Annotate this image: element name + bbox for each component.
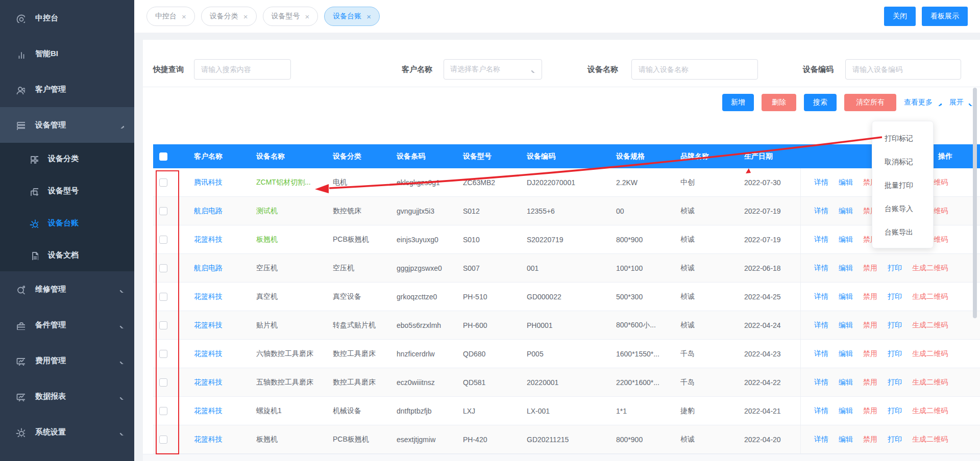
vertical-scrollbar-thumb[interactable] bbox=[973, 88, 977, 318]
row-checkbox[interactable] bbox=[159, 178, 167, 187]
search-button[interactable]: 搜索 bbox=[804, 94, 837, 111]
sidebar-item-console[interactable]: 中控台 bbox=[0, 0, 134, 36]
customer-link[interactable]: 花篮科技 bbox=[194, 321, 223, 329]
edit-link[interactable]: 编辑 bbox=[839, 406, 853, 416]
row-checkbox[interactable] bbox=[159, 207, 167, 215]
customer-link[interactable]: 花篮科技 bbox=[194, 349, 223, 357]
disable-link[interactable]: 禁用 bbox=[863, 321, 877, 330]
sidebar-item-expense[interactable]: 费用管理 bbox=[0, 343, 134, 378]
detail-link[interactable]: 详情 bbox=[814, 264, 828, 273]
row-checkbox[interactable] bbox=[159, 321, 167, 329]
tab-device-model[interactable]: 设备型号 bbox=[263, 7, 318, 26]
disable-link[interactable]: 禁用 bbox=[863, 435, 877, 444]
disable-link[interactable]: 禁用 bbox=[863, 378, 877, 387]
dropdown-menu-item[interactable]: 台账导入 bbox=[872, 197, 933, 220]
customer-link[interactable]: 花篮科技 bbox=[194, 378, 223, 386]
sidebar-item-customers[interactable]: 客户管理 bbox=[0, 71, 134, 107]
dropdown-menu-item[interactable]: 台账导出 bbox=[872, 220, 933, 244]
dropdown-menu-item[interactable]: 取消标记 bbox=[872, 150, 933, 173]
edit-link[interactable]: 编辑 bbox=[839, 378, 853, 387]
customer-link[interactable]: 花篮科技 bbox=[194, 235, 223, 243]
tab-device-ledger[interactable]: 设备台账 bbox=[324, 7, 380, 26]
sidebar-item-device-ledger[interactable]: 设备台账 bbox=[0, 207, 134, 239]
device-code-input[interactable] bbox=[845, 59, 961, 80]
dropdown-menu-item[interactable]: 打印标记 bbox=[872, 126, 933, 150]
detail-link[interactable]: 详情 bbox=[814, 406, 828, 416]
row-checkbox[interactable] bbox=[159, 236, 167, 244]
generate-qrcode-link[interactable]: 生成二维码 bbox=[912, 292, 948, 301]
edit-link[interactable]: 编辑 bbox=[839, 435, 853, 444]
detail-link[interactable]: 详情 bbox=[814, 207, 828, 216]
print-link[interactable]: 打印 bbox=[888, 435, 902, 444]
print-link[interactable]: 打印 bbox=[888, 292, 902, 301]
sidebar-item-report[interactable]: 数据报表 bbox=[0, 378, 134, 414]
detail-link[interactable]: 详情 bbox=[814, 178, 828, 187]
print-link[interactable]: 打印 bbox=[888, 378, 902, 387]
detail-link[interactable]: 详情 bbox=[814, 321, 828, 330]
delete-button[interactable]: 删除 bbox=[762, 94, 796, 111]
disable-link[interactable]: 禁用 bbox=[863, 292, 877, 301]
print-link[interactable]: 打印 bbox=[888, 349, 902, 358]
view-more-link[interactable]: 查看更多 bbox=[904, 98, 942, 107]
detail-link[interactable]: 详情 bbox=[814, 435, 828, 444]
sidebar-item-spare-parts[interactable]: 备件管理 bbox=[0, 307, 134, 343]
row-checkbox[interactable] bbox=[159, 436, 167, 444]
customer-link[interactable]: 腾讯科技 bbox=[194, 178, 223, 186]
edit-link[interactable]: 编辑 bbox=[839, 321, 853, 330]
print-link[interactable]: 打印 bbox=[888, 406, 902, 416]
detail-link[interactable]: 详情 bbox=[814, 235, 828, 244]
sidebar-item-device-category[interactable]: 设备分类 bbox=[0, 143, 134, 175]
sidebar-item-repair[interactable]: 维修管理 bbox=[0, 271, 134, 307]
detail-link[interactable]: 详情 bbox=[814, 349, 828, 358]
tab-console[interactable]: 中控台 bbox=[146, 7, 195, 26]
print-link[interactable]: 打印 bbox=[888, 264, 902, 273]
tab-device-category[interactable]: 设备分类 bbox=[201, 7, 257, 26]
sidebar-item-settings[interactable]: 系统设置 bbox=[0, 414, 134, 450]
sidebar-item-device-management[interactable]: 设备管理 bbox=[0, 107, 134, 143]
sidebar-item-device-model[interactable]: 设备型号 bbox=[0, 175, 134, 207]
device-name-input[interactable] bbox=[631, 59, 758, 80]
close-icon[interactable] bbox=[305, 12, 310, 21]
disable-link[interactable]: 禁用 bbox=[863, 264, 877, 273]
expand-link[interactable]: 展开 bbox=[949, 98, 973, 107]
edit-link[interactable]: 编辑 bbox=[839, 292, 853, 301]
add-button[interactable]: 新增 bbox=[722, 94, 754, 111]
select-all-checkbox[interactable] bbox=[159, 152, 167, 161]
close-icon[interactable] bbox=[243, 12, 248, 21]
edit-link[interactable]: 编辑 bbox=[839, 178, 853, 187]
customer-name-select[interactable]: 请选择客户名称 bbox=[444, 59, 542, 80]
row-checkbox[interactable] bbox=[159, 264, 167, 272]
customer-link[interactable]: 花篮科技 bbox=[194, 435, 223, 443]
generate-qrcode-link[interactable]: 生成二维码 bbox=[912, 435, 948, 444]
edit-link[interactable]: 编辑 bbox=[839, 235, 853, 244]
row-checkbox[interactable] bbox=[159, 350, 167, 358]
disable-link[interactable]: 禁用 bbox=[863, 349, 877, 358]
customer-link[interactable]: 花篮科技 bbox=[194, 292, 223, 300]
row-checkbox[interactable] bbox=[159, 378, 167, 387]
edit-link[interactable]: 编辑 bbox=[839, 207, 853, 216]
generate-qrcode-link[interactable]: 生成二维码 bbox=[912, 406, 948, 416]
sidebar-item-device-doc[interactable]: 设备文档 bbox=[0, 239, 134, 271]
generate-qrcode-link[interactable]: 生成二维码 bbox=[912, 349, 948, 358]
board-display-button[interactable]: 看板展示 bbox=[922, 7, 968, 26]
generate-qrcode-link[interactable]: 生成二维码 bbox=[912, 321, 948, 330]
sidebar-item-bi[interactable]: 智能BI bbox=[0, 36, 134, 71]
close-button[interactable]: 关闭 bbox=[884, 7, 916, 26]
row-checkbox[interactable] bbox=[159, 293, 167, 301]
customer-link[interactable]: 花篮科技 bbox=[194, 406, 223, 415]
row-checkbox[interactable] bbox=[159, 407, 167, 415]
customer-link[interactable]: 航启电路 bbox=[194, 264, 223, 272]
generate-qrcode-link[interactable]: 生成二维码 bbox=[912, 264, 948, 273]
print-link[interactable]: 打印 bbox=[888, 321, 902, 330]
clear-all-button[interactable]: 清空所有 bbox=[844, 94, 896, 111]
close-icon[interactable] bbox=[366, 12, 371, 21]
dropdown-menu-item[interactable]: 批量打印 bbox=[872, 173, 933, 197]
close-icon[interactable] bbox=[182, 12, 186, 21]
detail-link[interactable]: 详情 bbox=[814, 292, 828, 301]
edit-link[interactable]: 编辑 bbox=[839, 349, 853, 358]
disable-link[interactable]: 禁用 bbox=[863, 406, 877, 416]
quick-search-input[interactable] bbox=[194, 59, 291, 80]
customer-link[interactable]: 航启电路 bbox=[194, 207, 223, 215]
edit-link[interactable]: 编辑 bbox=[839, 264, 853, 273]
detail-link[interactable]: 详情 bbox=[814, 378, 828, 387]
